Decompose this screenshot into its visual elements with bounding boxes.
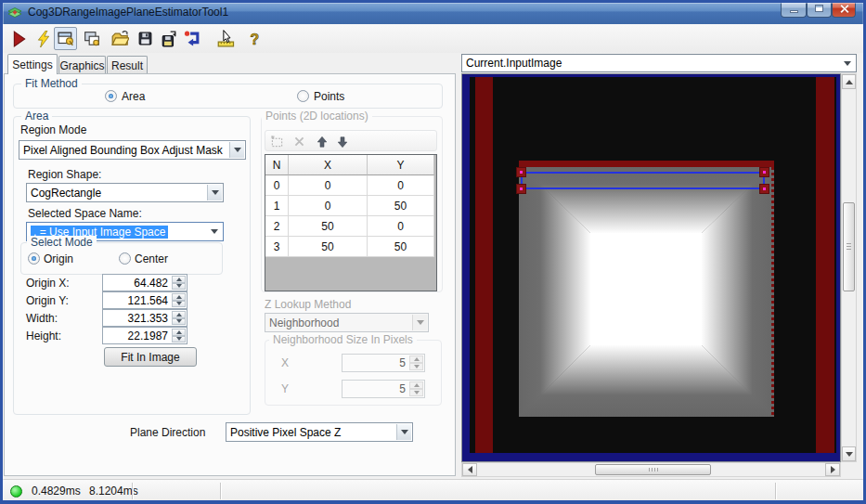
region-shape-combobox[interactable]: CogRectangle [26,183,224,202]
cell: 50 [368,237,434,257]
minimize-button[interactable] [781,0,807,18]
width-stepper[interactable] [172,311,186,325]
cell: 2 [265,216,289,237]
title-bar[interactable]: Cog3DRangeImagePlaneEstimatorTool1 [0,0,866,24]
chevron-down-icon [412,315,427,330]
neighborhood-y-value: 5 [399,382,406,395]
neighborhood-x-field: 5 [342,354,425,372]
svg-text:?: ? [250,31,259,46]
select-mode-origin-radio[interactable] [28,252,40,265]
help-icon: ? [246,31,263,47]
chevron-down-icon[interactable] [840,56,855,71]
run-status-led [10,485,22,498]
move-down-icon [333,133,351,150]
fit-method-group: Fit Method [13,84,443,109]
select-mode-group-label: Select Mode [27,236,97,249]
neighborhood-group-label: Neighborhood Size In Pixels [269,333,417,346]
open-file-button[interactable] [109,27,132,50]
status-bar: 0.4829ms 8.1204ms [3,479,863,501]
region-handle-bottom-right[interactable] [759,184,769,194]
origin-x-stepper[interactable] [172,276,186,290]
height-field[interactable]: 22.1987 [102,327,187,344]
origin-x-field[interactable]: 64.482 [102,274,187,291]
vertical-scrollbar[interactable] [841,73,857,462]
width-value: 321.353 [128,312,168,325]
cell: 0 [289,175,368,196]
scroll-down-button[interactable] [842,446,856,461]
maximize-button[interactable] [807,0,832,18]
save-button[interactable] [134,27,157,50]
show-record-display-button[interactable] [54,27,77,50]
image-display[interactable] [461,73,841,462]
region-handle-top-right[interactable] [759,167,769,177]
tab-graphics[interactable]: Graphics [58,56,106,74]
display-source-combobox[interactable]: Current.InputImage [461,54,857,72]
region-shape-label: Region Shape: [28,168,101,181]
fit-method-points-radio[interactable] [297,90,309,102]
chevron-down-icon[interactable] [207,185,222,200]
show-record-display-icon [58,31,74,47]
tab-result[interactable]: Result [107,56,148,74]
height-stepper[interactable] [172,329,186,342]
origin-y-field[interactable]: 121.564 [102,291,187,309]
electric-run-icon [35,31,52,47]
arrow-up-icon [846,80,853,84]
col-x: X [289,155,368,175]
total-time: 8.1204ms [89,485,138,498]
tab-settings[interactable]: Settings [7,54,58,74]
region-handle-bottom-left[interactable] [516,184,526,194]
fit-method-area-label: Area [122,90,145,103]
vertical-scroll-thumb[interactable] [843,202,855,291]
mask-speckle-right [771,167,774,417]
select-mode-center-label: Center [135,252,168,265]
scroll-left-button[interactable] [462,463,477,476]
help-button[interactable]: ? [242,27,265,50]
fit-method-area-radio[interactable] [105,90,117,102]
electric-pointer-button[interactable] [214,27,238,50]
scroll-up-button[interactable] [842,74,856,89]
close-button[interactable] [832,0,856,18]
minimize-icon [790,10,798,13]
cell: 50 [289,237,368,257]
horizontal-scroll-thumb[interactable] [595,464,711,475]
area-group-label: Area [21,110,52,123]
region-mode-label: Region Mode [20,123,86,136]
region-shape-value: CogRectangle [31,187,101,200]
image-stripe-right [816,77,834,453]
float-window-button[interactable] [80,27,103,50]
z-lookup-value: Neighborhood [269,317,339,330]
status-separator [132,483,133,499]
tab-settings-label: Settings [12,58,52,71]
region-mode-combobox[interactable]: Pixel Aligned Bounding Box Adjust Mask [19,140,246,160]
plane-direction-combobox[interactable]: Positive Pixel Space Z [226,422,413,442]
chevron-down-icon[interactable] [396,424,411,440]
width-field[interactable]: 321.353 [102,309,187,327]
z-lookup-label: Z Lookup Method [265,298,351,311]
electric-run-button[interactable] [32,27,55,50]
neighborhood-y-label: Y [281,382,289,395]
cell: 50 [289,216,368,237]
run-button[interactable] [7,27,31,50]
origin-y-stepper[interactable] [172,293,186,307]
reset-button[interactable] [181,27,204,50]
save-image-button[interactable] [157,27,180,50]
region-overlay-rect[interactable] [521,172,765,189]
chevron-down-icon[interactable] [229,142,244,158]
tab-graphics-label: Graphics [59,59,104,72]
status-separator [220,483,221,499]
fit-method-group-label: Fit Method [21,77,82,90]
move-up-icon [313,133,330,150]
select-mode-center-radio[interactable] [119,252,131,265]
scroll-right-button[interactable] [825,463,840,476]
horizontal-scrollbar[interactable] [461,462,841,477]
cell: 0 [265,175,289,196]
neighborhood-y-field: 5 [342,380,425,398]
fit-in-image-button[interactable]: Fit In Image [104,347,197,367]
col-n: N [265,155,289,175]
region-handle-top-left[interactable] [516,167,526,177]
origin-y-label: Origin Y: [26,294,69,307]
chevron-down-icon[interactable] [207,224,222,239]
arrow-down-icon [846,452,853,457]
neighborhood-x-stepper [409,355,423,370]
reset-icon [184,30,201,47]
